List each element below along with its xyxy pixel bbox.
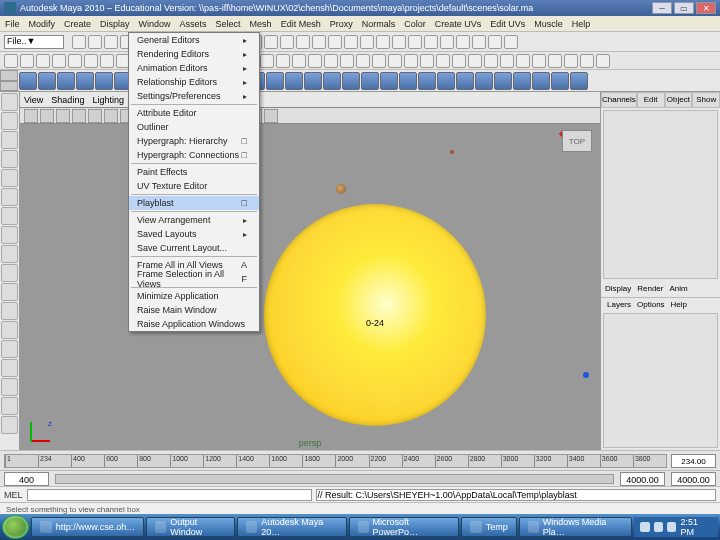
toolbar-icon[interactable] xyxy=(312,35,326,49)
menu-item-relationship-editors[interactable]: Relationship Editors xyxy=(129,75,259,89)
shelf-tab-icon[interactable] xyxy=(100,54,114,68)
tool-button[interactable] xyxy=(1,150,18,168)
anim-end-field[interactable]: 4000.00 xyxy=(671,472,716,486)
panel-tool-icon[interactable] xyxy=(24,109,38,123)
range-bar[interactable] xyxy=(55,474,614,484)
tool-button[interactable] xyxy=(1,416,18,434)
toolbar-icon[interactable] xyxy=(424,35,438,49)
shelf-button[interactable] xyxy=(475,72,493,90)
menu-item-hypergraph-hierarchy[interactable]: Hypergraph: Hierarchy xyxy=(129,134,259,148)
shelf-tab-icon[interactable] xyxy=(516,54,530,68)
range-end-field[interactable]: 4000.00 xyxy=(620,472,665,486)
shelf-tab-icon[interactable] xyxy=(68,54,82,68)
menu-window[interactable]: Window xyxy=(139,19,171,29)
tool-button[interactable] xyxy=(1,207,18,225)
shelf-tab-icon[interactable] xyxy=(452,54,466,68)
shelf-tab-icon[interactable] xyxy=(340,54,354,68)
layer-menu-help[interactable]: Help xyxy=(671,300,687,309)
menu-item-playblast[interactable]: Playblast xyxy=(129,196,259,210)
tool-button[interactable] xyxy=(1,283,18,301)
shelf-tab-icon[interactable] xyxy=(20,54,34,68)
taskbar-item[interactable]: Temp xyxy=(461,517,517,537)
tool-button[interactable] xyxy=(1,340,18,358)
shelf-tab-icon[interactable] xyxy=(468,54,482,68)
time-slider[interactable]: 1234400600800100012001400160018002000220… xyxy=(0,450,720,470)
shelf-tab-icon[interactable] xyxy=(276,54,290,68)
menu-assets[interactable]: Assets xyxy=(180,19,207,29)
tool-button[interactable] xyxy=(1,302,18,320)
windows-taskbar[interactable]: http://www.cse.oh…Output WindowAutodesk … xyxy=(0,514,720,540)
planet-object-blue[interactable] xyxy=(583,372,589,378)
planet-object-small[interactable] xyxy=(450,150,454,154)
toolbar-icon[interactable] xyxy=(504,35,518,49)
tool-button[interactable] xyxy=(1,93,18,111)
shelf-tab-icon[interactable] xyxy=(420,54,434,68)
toolbar-icon[interactable] xyxy=(360,35,374,49)
menu-create[interactable]: Create xyxy=(64,19,91,29)
toolbar-icon[interactable] xyxy=(264,35,278,49)
panel-tool-icon[interactable] xyxy=(104,109,118,123)
toolbar-icon[interactable] xyxy=(280,35,294,49)
system-tray[interactable]: 2:51 PM xyxy=(634,517,718,537)
layer-menu-layers[interactable]: Layers xyxy=(607,300,631,309)
menu-item-rendering-editors[interactable]: Rendering Editors xyxy=(129,47,259,61)
shelf-tab-icon[interactable] xyxy=(36,54,50,68)
layer-tabs[interactable]: DisplayRenderAnim xyxy=(601,281,720,297)
panel-menu-view[interactable]: View xyxy=(24,95,43,105)
panel-tool-icon[interactable] xyxy=(72,109,86,123)
tool-button[interactable] xyxy=(1,359,18,377)
layer-tab-anim[interactable]: Anim xyxy=(669,284,687,293)
taskbar-item[interactable]: Microsoft PowerPo… xyxy=(349,517,459,537)
shelf-tab-icon[interactable] xyxy=(580,54,594,68)
toolbar-icon[interactable] xyxy=(392,35,406,49)
shelf-button[interactable] xyxy=(342,72,360,90)
shelf-tab-icon[interactable] xyxy=(596,54,610,68)
shelf-button[interactable] xyxy=(437,72,455,90)
menu-item-attribute-editor[interactable]: Attribute Editor xyxy=(129,106,259,120)
menu-display[interactable]: Display xyxy=(100,19,130,29)
panel-menu-lighting[interactable]: Lighting xyxy=(92,95,124,105)
shelf-button[interactable] xyxy=(361,72,379,90)
tool-button[interactable] xyxy=(1,397,18,415)
menu-item-outliner[interactable]: Outliner xyxy=(129,120,259,134)
tool-button[interactable] xyxy=(1,264,18,282)
toolbar-icon[interactable] xyxy=(88,35,102,49)
shelf-tab-icon[interactable] xyxy=(404,54,418,68)
menu-item-animation-editors[interactable]: Animation Editors xyxy=(129,61,259,75)
toolbar-icon[interactable] xyxy=(328,35,342,49)
channel-tabs[interactable]: ChannelsEditObjectShow xyxy=(601,92,720,108)
tool-button[interactable] xyxy=(1,245,18,263)
shelf-button[interactable] xyxy=(399,72,417,90)
shelf-tab-icon[interactable] xyxy=(436,54,450,68)
toolbar-icon[interactable] xyxy=(376,35,390,49)
taskbar-item[interactable]: Windows Media Pla… xyxy=(519,517,632,537)
toolbar-icon[interactable] xyxy=(408,35,422,49)
panel-tool-icon[interactable] xyxy=(40,109,54,123)
command-language-label[interactable]: MEL xyxy=(4,490,23,500)
tool-button[interactable] xyxy=(1,169,18,187)
toolbar-icon[interactable] xyxy=(344,35,358,49)
taskbar-item[interactable]: http://www.cse.oh… xyxy=(31,517,145,537)
viewport[interactable]: 0-24 TOP z persp xyxy=(20,124,600,450)
tray-icon[interactable] xyxy=(640,522,649,532)
shelf-button[interactable] xyxy=(304,72,322,90)
shelf-tab-icon[interactable] xyxy=(532,54,546,68)
menu-edit-mesh[interactable]: Edit Mesh xyxy=(281,19,321,29)
shelf-tab-icon[interactable] xyxy=(548,54,562,68)
tool-button[interactable] xyxy=(1,321,18,339)
menu-select[interactable]: Select xyxy=(216,19,241,29)
menu-create-uvs[interactable]: Create UVs xyxy=(435,19,482,29)
shelf-button[interactable] xyxy=(19,72,37,90)
tool-button[interactable] xyxy=(1,131,18,149)
maximize-button[interactable]: ▭ xyxy=(674,2,694,14)
sun-sphere[interactable] xyxy=(264,204,486,426)
menu-item-save-current-layout-[interactable]: Save Current Layout... xyxy=(129,241,259,255)
menu-color[interactable]: Color xyxy=(404,19,426,29)
tool-button[interactable] xyxy=(1,112,18,130)
shelf-button[interactable] xyxy=(570,72,588,90)
shelf-button[interactable] xyxy=(418,72,436,90)
range-start-field[interactable]: 400 xyxy=(4,472,49,486)
shelf-tab-icon[interactable] xyxy=(308,54,322,68)
shelf-button[interactable] xyxy=(380,72,398,90)
menu-modify[interactable]: Modify xyxy=(29,19,56,29)
